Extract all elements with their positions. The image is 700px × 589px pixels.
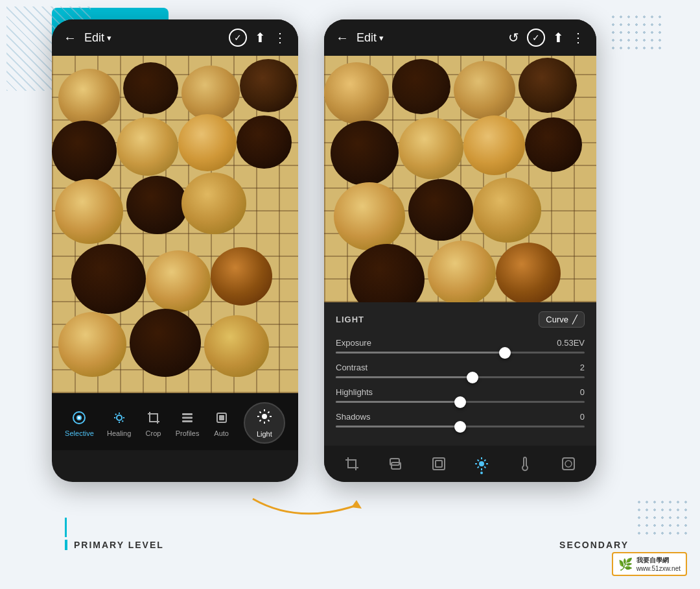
highlights-track[interactable] — [336, 401, 585, 403]
exposure-slider-row: Exposure 0.53EV — [336, 338, 585, 354]
svg-rect-37 — [563, 458, 574, 470]
cookie — [525, 117, 582, 172]
nav-crop[interactable] — [342, 453, 362, 474]
cookie — [496, 243, 561, 302]
cookie — [428, 241, 496, 302]
watermark-icon: 🌿 — [618, 557, 633, 571]
cookie — [324, 62, 389, 124]
contrast-thumb[interactable] — [467, 372, 478, 383]
shadows-track[interactable] — [336, 426, 585, 427]
toolbar-item-healing[interactable]: Healing — [107, 409, 131, 437]
primary-check-button[interactable]: ✓ — [229, 29, 247, 47]
primary-label-block: PRIMARY LEVEL — [65, 518, 164, 550]
exposure-thumb[interactable] — [499, 347, 511, 359]
primary-more-button[interactable]: ⋮ — [274, 30, 286, 45]
toolbar-item-auto[interactable]: Auto — [213, 409, 231, 437]
watermark-site: www.51zxw.net — [636, 565, 681, 572]
toolbar-item-profiles[interactable]: Profiles — [176, 409, 200, 437]
cookie — [473, 178, 541, 243]
primary-toolbar: ← Edit ▾ ✓ ⬆ ⋮ — [52, 19, 298, 56]
svg-rect-10 — [182, 413, 192, 415]
cookie — [392, 59, 450, 114]
secondary-back-button[interactable]: ← — [336, 30, 349, 45]
shadows-value: 0 — [580, 412, 585, 422]
crop-label: Crop — [146, 429, 161, 437]
nav-vignette[interactable] — [558, 453, 579, 474]
cookie — [334, 182, 405, 250]
primary-label-bar — [65, 518, 67, 537]
cookie — [237, 115, 292, 169]
cookie — [181, 66, 240, 121]
watermark-brand: 我要自學網 — [636, 556, 681, 565]
toolbar-item-selective[interactable]: Selective — [65, 409, 94, 437]
cookie — [52, 121, 117, 182]
shadows-slider-row: Shadows 0 — [336, 412, 585, 427]
svg-line-35 — [484, 460, 485, 461]
contrast-label: Contrast — [336, 363, 368, 372]
toolbar-item-crop[interactable]: Crop — [145, 409, 163, 437]
healing-icon — [110, 409, 128, 427]
cookie — [178, 114, 237, 171]
exposure-value: 0.53EV — [557, 338, 585, 348]
auto-icon — [213, 409, 231, 427]
contrast-slider-row: Contrast 2 — [336, 363, 585, 378]
secondary-cookie-scene — [324, 56, 596, 302]
secondary-check-button[interactable]: ✓ — [527, 29, 545, 47]
selective-icon — [70, 409, 88, 427]
shadows-label: Shadows — [336, 412, 370, 422]
cookie — [126, 176, 188, 234]
light-fab-button[interactable]: Light — [244, 402, 285, 444]
exposure-track[interactable] — [336, 352, 585, 354]
curve-button-icon: ╱ — [572, 315, 578, 324]
light-section-label: LIGHT — [336, 315, 364, 324]
secondary-share-button[interactable]: ⬆ — [553, 30, 564, 45]
cookie — [331, 121, 399, 186]
secondary-cookie-image — [324, 56, 596, 302]
contrast-track[interactable] — [336, 376, 585, 378]
nav-adjust[interactable] — [428, 453, 449, 474]
contrast-header: Contrast 2 — [336, 363, 585, 372]
svg-line-8 — [115, 414, 117, 415]
shadows-thumb[interactable] — [454, 421, 466, 433]
profiles-icon — [178, 409, 196, 427]
cookie — [204, 315, 269, 377]
cookie — [408, 179, 473, 241]
cookie — [130, 309, 201, 377]
svg-rect-11 — [182, 417, 192, 419]
phone-primary: ← Edit ▾ ✓ ⬆ ⋮ — [52, 19, 298, 482]
svg-line-34 — [484, 466, 485, 468]
svg-rect-26 — [433, 458, 445, 470]
cookie — [240, 59, 297, 112]
svg-line-21 — [268, 420, 269, 421]
secondary-bottom-nav — [324, 446, 596, 482]
secondary-toolbar: ← Edit ▾ ↺ ✓ ⬆ ⋮ — [324, 19, 596, 56]
undo-button[interactable]: ↺ — [508, 30, 519, 45]
primary-cookie-image — [52, 56, 298, 393]
secondary-level-label: SECONDARY — [559, 540, 629, 550]
cookie — [58, 312, 126, 377]
highlights-fill — [336, 401, 460, 403]
highlights-slider-row: Highlights 0 — [336, 387, 585, 403]
back-button[interactable]: ← — [64, 30, 76, 45]
arrow-container — [246, 486, 376, 527]
svg-line-33 — [478, 460, 479, 461]
curve-button[interactable]: Curve ╱ — [539, 311, 585, 328]
cookie — [463, 115, 525, 175]
auto-label: Auto — [214, 429, 229, 437]
contrast-value: 2 — [580, 363, 585, 372]
primary-toolbar-items: Selective — [52, 402, 298, 444]
light-fab-icon — [256, 408, 273, 428]
secondary-more-button[interactable]: ⋮ — [572, 30, 585, 45]
nav-temp[interactable] — [515, 453, 535, 474]
svg-line-36 — [478, 466, 479, 468]
nav-layers[interactable] — [385, 453, 406, 474]
contrast-fill — [336, 376, 472, 378]
primary-share-button[interactable]: ⬆ — [255, 30, 266, 45]
svg-line-22 — [268, 412, 269, 413]
phones-container: ← Edit ▾ ✓ ⬆ ⋮ — [52, 19, 681, 482]
cookie — [454, 61, 515, 119]
svg-rect-12 — [182, 420, 192, 422]
svg-rect-14 — [219, 415, 224, 420]
highlights-thumb[interactable] — [454, 396, 466, 408]
nav-light[interactable] — [471, 453, 492, 474]
